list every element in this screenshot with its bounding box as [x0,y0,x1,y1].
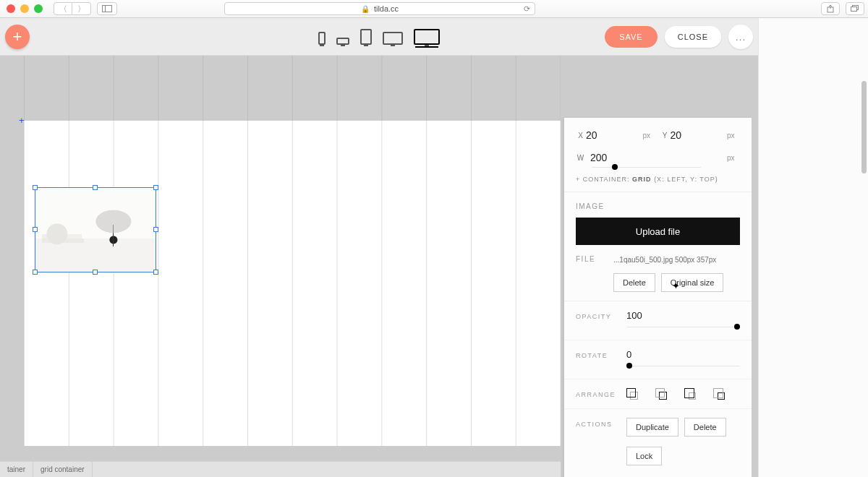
y-unit: px [727,132,740,139]
breakpoint-switcher [318,29,440,45]
opacity-row: OPACITY 100 [564,301,752,340]
window-max-dot[interactable] [34,4,43,13]
close-button[interactable]: CLOSE [665,26,721,48]
sidebar-toggle[interactable] [97,2,117,15]
svg-rect-0 [103,6,112,12]
resize-handle-tm[interactable] [93,185,98,190]
vertical-scrollbar[interactable] [861,81,867,173]
svg-rect-5 [851,7,857,12]
resize-handle-ml[interactable] [33,227,38,232]
window-min-dot[interactable] [20,4,29,13]
origin-marker: + [19,115,25,126]
lock-button[interactable]: Lock [626,447,662,465]
position-section: X px Y px W px + CONTAINER: G [564,118,752,192]
x-unit: px [643,132,656,139]
url-host: tilda.cc [374,4,399,13]
y-label: Y [660,132,671,139]
resize-handle-br[interactable] [153,270,158,275]
image-section: IMAGE Upload file FILE ...1qau50i_500.jp… [564,192,752,301]
w-label: W [576,154,586,162]
rotate-row: ROTATE 0 [564,340,752,379]
bp-tablet[interactable] [360,29,372,45]
image-section-title: IMAGE [576,202,740,210]
back-button[interactable]: 〈 [54,2,72,15]
window-close-dot[interactable] [7,4,15,13]
rotate-label: ROTATE [576,352,626,359]
opacity-value[interactable]: 100 [626,310,740,321]
delete-button[interactable]: Delete [684,418,726,437]
file-value: ...1qau50i_500.jpg 500px 357px [613,255,740,266]
arrange-backward-icon[interactable] [713,388,726,400]
image-content [35,188,156,272]
duplicate-button[interactable]: Duplicate [626,418,678,437]
actions-row: ACTIONS Duplicate Delete Lock [564,409,752,474]
bp-laptop[interactable] [383,32,403,45]
x-label: X [576,132,586,139]
upload-file-button[interactable]: Upload file [576,218,740,245]
resize-handle-mr[interactable] [153,227,158,232]
arrange-label: ARRANGE [576,391,626,398]
url-bar[interactable]: 🔒 tilda.cc ⟳ [224,2,535,15]
workspace: + tainer grid container X px Y [0,56,758,477]
crumb-partial[interactable]: tainer [0,462,33,477]
w-unit: px [727,154,740,162]
artboard[interactable] [24,121,561,446]
add-block-button[interactable]: + [5,25,30,49]
width-slider[interactable] [592,166,740,170]
history-nav: 〈 〉 [54,2,91,15]
more-button[interactable]: ... [728,25,753,49]
crumb-grid-container[interactable]: grid container [33,462,93,477]
arrange-forward-icon[interactable] [684,388,697,400]
actions-label: ACTIONS [576,421,626,428]
opacity-slider[interactable] [626,324,740,331]
resize-handle-bl[interactable] [33,270,38,275]
arrange-back-icon[interactable] [655,388,668,400]
arrange-row: ARRANGE [564,379,752,409]
lock-icon: 🔒 [361,5,370,13]
original-size-button[interactable]: Original size ✦ [661,273,724,292]
forward-button[interactable]: 〉 [72,2,91,15]
resize-handle-tr[interactable] [153,185,158,190]
file-delete-button[interactable]: Delete [613,273,655,292]
app-toolbar: + SAVE CLOSE ... [0,18,758,56]
rotate-value[interactable]: 0 [626,349,740,360]
file-label: FILE [576,255,613,266]
arrange-front-icon[interactable] [626,388,639,400]
browser-chrome: 〈 〉 🔒 tilda.cc ⟳ [0,0,868,18]
save-button[interactable]: SAVE [605,26,658,48]
y-input[interactable] [671,128,728,143]
rotate-slider[interactable] [626,363,740,370]
x-input[interactable] [586,128,643,143]
bp-desktop[interactable] [414,29,440,45]
breadcrumb-footer: tainer grid container [0,461,561,477]
share-button[interactable] [821,2,840,15]
properties-panel: X px Y px W px + CONTAINER: G [564,118,752,477]
traffic-lights [7,4,43,13]
w-input[interactable] [590,150,723,166]
bp-phone-landscape[interactable] [336,38,349,45]
bp-phone-portrait[interactable] [318,32,326,45]
selected-image[interactable] [35,187,156,272]
resize-handle-tl[interactable] [33,185,38,190]
reload-icon[interactable]: ⟳ [524,4,530,14]
opacity-label: OPACITY [576,313,626,320]
resize-handle-bm[interactable] [93,270,98,275]
container-note: + CONTAINER: GRID (X: LEFT, Y: TOP) [576,176,740,183]
tabs-button[interactable] [846,2,864,15]
browser-right-gutter [758,18,868,477]
